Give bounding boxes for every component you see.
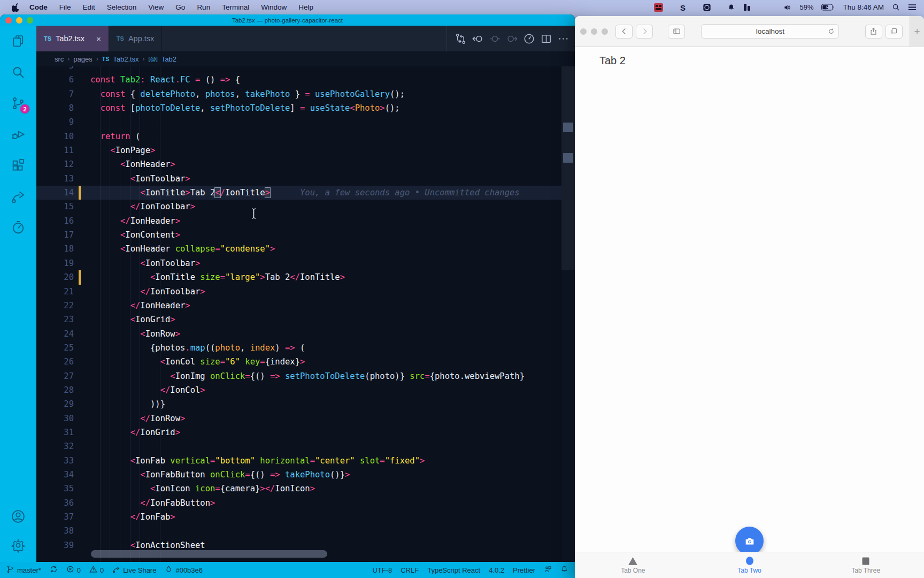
menu-item-code[interactable]: Code bbox=[24, 3, 53, 11]
reload-icon[interactable] bbox=[828, 28, 835, 35]
code-line-38[interactable]: 38 bbox=[36, 524, 575, 538]
tab-close-icon[interactable]: × bbox=[96, 34, 101, 43]
git-compare-icon[interactable] bbox=[455, 33, 467, 45]
code-line-27[interactable]: 27 <IonImg onClick={() => setPhotoToDele… bbox=[36, 369, 575, 383]
camera-fab-button[interactable] bbox=[735, 527, 764, 555]
statusbar-typescript-react[interactable]: TypeScript React bbox=[427, 566, 480, 574]
tabs-overview-button[interactable] bbox=[886, 25, 903, 39]
bell-app-icon[interactable] bbox=[727, 3, 735, 12]
code-line-6[interactable]: 6const Tab2: React.FC = () => { bbox=[36, 73, 575, 87]
editor-tab-tab2.tsx[interactable]: TSTab2.tsx× bbox=[36, 26, 109, 51]
statusbar-0[interactable]: 0 bbox=[66, 565, 81, 575]
safari-sidebar-button[interactable] bbox=[668, 25, 685, 39]
code-line-23[interactable]: 23 <IonGrid> bbox=[36, 313, 575, 326]
code-line-13[interactable]: 13 <IonToolbar> bbox=[36, 172, 575, 186]
breadcrumb-item-tab2[interactable]: Tab2 bbox=[161, 55, 176, 63]
menu-list-icon[interactable] bbox=[908, 4, 917, 11]
breadcrumb-item-src[interactable]: src bbox=[55, 55, 64, 63]
code-line-32[interactable]: 32 bbox=[36, 439, 575, 453]
code-line-26[interactable]: 26 <IonCol size="6" key={index}> bbox=[36, 355, 575, 369]
statusbar--00b3e6[interactable]: #00b3e6 bbox=[165, 565, 203, 575]
code-line-12[interactable]: 12 <IonHeader> bbox=[36, 157, 575, 171]
code-line-15[interactable]: 15 </IonToolbar> bbox=[36, 200, 575, 214]
statusbar-utf-8[interactable]: UTF-8 bbox=[372, 566, 392, 574]
statusbar-master-[interactable]: master* bbox=[6, 565, 41, 575]
minimap[interactable] bbox=[561, 66, 575, 562]
code-line-28[interactable]: 28 </IonCol> bbox=[36, 383, 575, 397]
code-line-19[interactable]: 19 <IonToolbar> bbox=[36, 256, 575, 270]
breadcrumb-item-pages[interactable]: pages bbox=[73, 55, 92, 63]
code-line-25[interactable]: 25 {photos.map((photo, index) => ( bbox=[36, 341, 575, 355]
code-line-29[interactable]: 29 ))} bbox=[36, 397, 575, 411]
menu-item-selection[interactable]: Selection bbox=[101, 3, 143, 11]
code-line-37[interactable]: 37 </IonFab> bbox=[36, 510, 575, 524]
code-line-18[interactable]: 18 <IonHeader collapse="condense"> bbox=[36, 242, 575, 256]
menu-item-file[interactable]: File bbox=[53, 3, 77, 11]
statusbar-0[interactable]: 0 bbox=[89, 565, 104, 575]
new-tab-button[interactable]: + bbox=[910, 16, 924, 47]
statusbar-bell[interactable] bbox=[560, 565, 568, 575]
code-editor[interactable]: 56const Tab2: React.FC = () => {7 const … bbox=[36, 66, 575, 562]
menu-bar-clock[interactable]: Thu 8:46 AM bbox=[843, 3, 884, 11]
nav-back-icon[interactable] bbox=[472, 33, 484, 45]
code-line-21[interactable]: 21 </IonToolbar> bbox=[36, 285, 575, 299]
safari-close-button[interactable] bbox=[580, 28, 587, 35]
menu-item-window[interactable]: Window bbox=[255, 3, 292, 11]
code-line-34[interactable]: 34 <IonFabButton onClick={() => takePhot… bbox=[36, 468, 575, 482]
tab-button-tab-one[interactable]: Tab One bbox=[575, 552, 691, 578]
apple-menu-icon[interactable] bbox=[7, 3, 24, 12]
nav-circle-icon[interactable] bbox=[489, 33, 501, 45]
film-app-icon[interactable] bbox=[654, 3, 663, 12]
code-line-9[interactable]: 9 bbox=[36, 115, 575, 129]
address-bar[interactable]: localhost bbox=[701, 24, 839, 39]
run-clock-icon[interactable] bbox=[523, 33, 535, 45]
vscode-title-bar[interactable]: Tab2.tsx — photo-gallery-capacitor-react bbox=[0, 14, 575, 26]
activity-files-icon[interactable] bbox=[10, 33, 26, 49]
code-line-35[interactable]: 35 <IonIcon icon={camera}></IonIcon> bbox=[36, 482, 575, 496]
nav-forward-icon[interactable] bbox=[506, 33, 518, 45]
activity-run-timer-icon[interactable] bbox=[10, 219, 26, 235]
menu-item-run[interactable]: Run bbox=[191, 3, 216, 11]
statusbar-prettier[interactable]: Prettier bbox=[513, 566, 535, 574]
activity-source-control-icon[interactable]: 2 bbox=[10, 95, 26, 111]
spotlight-icon[interactable] bbox=[892, 3, 900, 11]
tab-button-tab-three[interactable]: Tab Three bbox=[807, 552, 924, 578]
menu-item-help[interactable]: Help bbox=[292, 3, 319, 11]
menu-item-view[interactable]: View bbox=[142, 3, 170, 11]
activity-extensions-icon[interactable] bbox=[10, 157, 26, 173]
breadcrumb[interactable]: src›pages›TSTab2.tsx›[@]Tab2 bbox=[36, 51, 575, 66]
split-editor-icon[interactable] bbox=[540, 33, 552, 45]
window-app-icon[interactable] bbox=[703, 3, 711, 12]
code-line-30[interactable]: 30 </IonRow> bbox=[36, 412, 575, 425]
activity-settings-icon[interactable] bbox=[10, 537, 26, 553]
safari-forward-button[interactable] bbox=[636, 25, 653, 39]
code-line-5[interactable]: 5 bbox=[36, 66, 575, 73]
code-line-36[interactable]: 36 </IonFabButton> bbox=[36, 496, 575, 510]
code-line-24[interactable]: 24 <IonRow> bbox=[36, 327, 575, 341]
safari-minimize-button[interactable] bbox=[591, 28, 597, 35]
editor-tab-app.tsx[interactable]: TSApp.tsx bbox=[109, 26, 162, 51]
s-app-icon[interactable]: S bbox=[679, 3, 687, 12]
menu-item-terminal[interactable]: Terminal bbox=[216, 3, 255, 11]
statusbar-sync[interactable] bbox=[50, 565, 58, 575]
columns-app-icon[interactable] bbox=[743, 3, 751, 11]
safari-zoom-button[interactable] bbox=[602, 28, 608, 35]
code-line-14[interactable]: 14 <IonTitle>Tab 2</IonTitle>You, a few … bbox=[36, 186, 575, 200]
safari-back-button[interactable] bbox=[615, 25, 633, 39]
code-line-22[interactable]: 22 </IonHeader> bbox=[36, 299, 575, 313]
activity-search-icon[interactable] bbox=[10, 64, 26, 80]
code-line-31[interactable]: 31 </IonGrid> bbox=[36, 425, 575, 439]
statusbar-live-share[interactable]: Live Share bbox=[112, 565, 156, 575]
code-line-11[interactable]: 11 <IonPage> bbox=[36, 143, 575, 157]
share-button[interactable] bbox=[865, 25, 882, 39]
statusbar-crlf[interactable]: CRLF bbox=[401, 566, 419, 574]
code-line-33[interactable]: 33 <IonFab vertical="bottom" horizontal=… bbox=[36, 454, 575, 468]
statusbar-feedback[interactable] bbox=[544, 565, 552, 575]
ellipsis-icon[interactable] bbox=[557, 33, 569, 45]
code-line-7[interactable]: 7 const { deletePhoto, photos, takePhoto… bbox=[36, 87, 575, 101]
code-line-10[interactable]: 10 return ( bbox=[36, 130, 575, 143]
activity-live-share-icon[interactable] bbox=[10, 188, 26, 204]
menu-item-go[interactable]: Go bbox=[170, 3, 191, 11]
breadcrumb-item-tab2.tsx[interactable]: Tab2.tsx bbox=[113, 55, 138, 63]
code-line-8[interactable]: 8 const [photoToDelete, setPhotoToDelete… bbox=[36, 101, 575, 115]
